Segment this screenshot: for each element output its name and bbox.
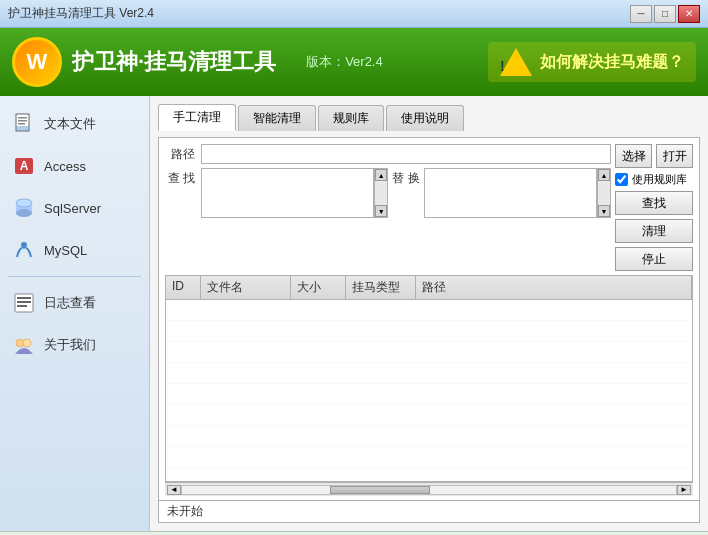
sidebar-label-text-files: 文本文件 bbox=[44, 115, 96, 133]
tab-rule-lib[interactable]: 规则库 bbox=[318, 105, 384, 131]
table-empty-rows bbox=[166, 300, 692, 481]
search-button[interactable]: 查找 bbox=[615, 191, 693, 215]
content-area: 手工清理 智能清理 规则库 使用说明 路径 bbox=[150, 96, 708, 531]
use-rulelib-label: 使用规则库 bbox=[632, 172, 687, 187]
select-open-row: 选择 打开 bbox=[615, 144, 693, 168]
svg-point-10 bbox=[16, 199, 32, 207]
scroll-left-arrow[interactable]: ◄ bbox=[167, 485, 181, 495]
table-header: ID 文件名 大小 挂马类型 路径 bbox=[166, 276, 692, 300]
main-layout: 文本文件 A Access SqlServer bbox=[0, 96, 708, 531]
sidebar-divider bbox=[8, 276, 141, 277]
form-section: 路径 查 找 ▲ ▼ 替 换 bbox=[159, 138, 699, 275]
replace-scroll[interactable]: ▲ ▼ bbox=[597, 168, 611, 218]
tab-manual-clean[interactable]: 手工清理 bbox=[158, 104, 236, 131]
h-scrollbar[interactable]: ◄ ► bbox=[165, 482, 693, 496]
svg-rect-13 bbox=[17, 297, 31, 299]
scroll-thumb[interactable] bbox=[330, 486, 430, 494]
header-right[interactable]: ! 如何解决挂马难题？ bbox=[488, 42, 696, 82]
replace-input[interactable] bbox=[424, 168, 597, 218]
sidebar-label-mysql: MySQL bbox=[44, 243, 87, 258]
search-label: 查 找 bbox=[165, 168, 195, 218]
scroll-right-arrow[interactable]: ► bbox=[677, 485, 691, 495]
header-left: W 护卫神·挂马清理工具 版本：Ver2.4 bbox=[12, 37, 383, 87]
svg-rect-4 bbox=[16, 126, 29, 131]
search-scroll[interactable]: ▲ ▼ bbox=[374, 168, 388, 218]
about-icon bbox=[12, 333, 36, 357]
sqlserver-icon bbox=[12, 196, 36, 220]
search-scroll-down[interactable]: ▼ bbox=[375, 205, 387, 217]
header: W 护卫神·挂马清理工具 版本：Ver2.4 ! 如何解决挂马难题？ bbox=[0, 28, 708, 96]
replace-label: 替 换 bbox=[388, 168, 423, 218]
svg-text:A: A bbox=[20, 159, 29, 173]
table-body bbox=[166, 300, 692, 481]
svg-rect-3 bbox=[18, 123, 25, 125]
tab-bar: 手工清理 智能清理 规则库 使用说明 bbox=[158, 104, 700, 131]
warning-icon: ! bbox=[500, 48, 532, 76]
tab-smart-clean[interactable]: 智能清理 bbox=[238, 105, 316, 131]
sidebar-item-mysql[interactable]: MySQL bbox=[0, 230, 149, 270]
svg-rect-14 bbox=[17, 301, 31, 303]
access-icon: A bbox=[12, 154, 36, 178]
sidebar-item-log-viewer[interactable]: 日志查看 bbox=[0, 283, 149, 323]
sidebar-item-access[interactable]: A Access bbox=[0, 146, 149, 186]
svg-rect-15 bbox=[17, 305, 27, 307]
col-size: 大小 bbox=[291, 276, 346, 299]
close-button[interactable]: ✕ bbox=[678, 5, 700, 23]
use-rulelib-row: 使用规则库 bbox=[615, 172, 693, 187]
right-buttons: 选择 打开 使用规则库 查找 清理 停止 bbox=[615, 144, 693, 271]
tab-usage-notes[interactable]: 使用说明 bbox=[386, 105, 464, 131]
col-path: 路径 bbox=[416, 276, 692, 299]
search-scroll-up[interactable]: ▲ bbox=[375, 169, 387, 181]
header-logo: W bbox=[12, 37, 62, 87]
header-title: 护卫神·挂马清理工具 bbox=[72, 47, 276, 77]
stop-button[interactable]: 停止 bbox=[615, 247, 693, 271]
sidebar-item-text-files[interactable]: 文本文件 bbox=[0, 104, 149, 144]
title-bar: 护卫神挂马清理工具 Ver2.4 ─ □ ✕ bbox=[0, 0, 708, 28]
sidebar-label-access: Access bbox=[44, 159, 86, 174]
sidebar-label-sqlserver: SqlServer bbox=[44, 201, 101, 216]
title-bar-text: 护卫神挂马清理工具 Ver2.4 bbox=[8, 5, 154, 22]
scroll-track[interactable] bbox=[181, 485, 677, 495]
search-replace-container: ▲ ▼ 替 换 ▲ ▼ bbox=[201, 168, 611, 218]
tab-content-panel: 路径 查 找 ▲ ▼ 替 换 bbox=[158, 137, 700, 523]
path-input[interactable] bbox=[201, 144, 611, 164]
col-malware-type: 挂马类型 bbox=[346, 276, 416, 299]
svg-point-9 bbox=[16, 209, 32, 217]
status-bar: 未开始 bbox=[159, 500, 699, 522]
path-row: 路径 bbox=[165, 144, 611, 164]
svg-rect-2 bbox=[18, 120, 27, 122]
sidebar-label-about: 关于我们 bbox=[44, 336, 96, 354]
form-left: 路径 查 找 ▲ ▼ 替 换 bbox=[165, 144, 611, 218]
replace-scroll-up[interactable]: ▲ bbox=[598, 169, 610, 181]
col-filename: 文件名 bbox=[201, 276, 291, 299]
status-text: 未开始 bbox=[167, 504, 203, 518]
bottom-bar: 护卫神-防挂马/防黑链/防篡改 版权所有(C):四川万象更新网络通信有限公司 bbox=[0, 531, 708, 535]
open-button[interactable]: 打开 bbox=[656, 144, 693, 168]
title-bar-buttons: ─ □ ✕ bbox=[630, 5, 700, 23]
mysql-icon bbox=[12, 238, 36, 262]
svg-point-19 bbox=[23, 339, 31, 347]
minimize-button[interactable]: ─ bbox=[630, 5, 652, 23]
svg-rect-1 bbox=[18, 117, 27, 119]
sidebar: 文本文件 A Access SqlServer bbox=[0, 96, 150, 531]
search-input[interactable] bbox=[201, 168, 374, 218]
header-version: 版本：Ver2.4 bbox=[306, 53, 383, 71]
sidebar-label-log-viewer: 日志查看 bbox=[44, 294, 96, 312]
clean-button[interactable]: 清理 bbox=[615, 219, 693, 243]
replace-scroll-down[interactable]: ▼ bbox=[598, 205, 610, 217]
use-rulelib-checkbox[interactable] bbox=[615, 173, 628, 186]
table-wrapper: ID 文件名 大小 挂马类型 路径 bbox=[165, 275, 693, 482]
sidebar-item-about[interactable]: 关于我们 bbox=[0, 325, 149, 365]
select-button[interactable]: 选择 bbox=[615, 144, 652, 168]
search-replace-row: 查 找 ▲ ▼ 替 换 ▲ bbox=[165, 168, 611, 218]
path-label: 路径 bbox=[165, 144, 195, 163]
col-id: ID bbox=[166, 276, 201, 299]
header-question-text: 如何解决挂马难题？ bbox=[540, 52, 684, 73]
log-icon bbox=[12, 291, 36, 315]
sidebar-item-sqlserver[interactable]: SqlServer bbox=[0, 188, 149, 228]
maximize-button[interactable]: □ bbox=[654, 5, 676, 23]
text-file-icon bbox=[12, 112, 36, 136]
